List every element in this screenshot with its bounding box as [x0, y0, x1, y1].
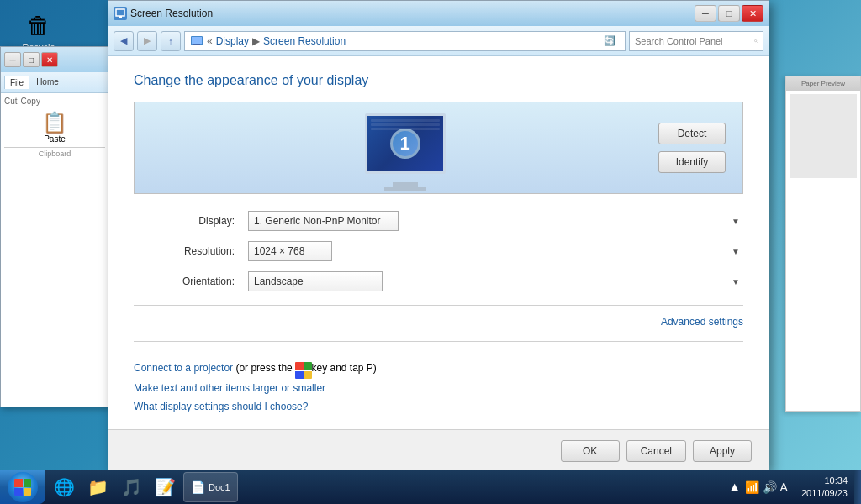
larger-text-link[interactable]: Make text and other items larger or smal…: [134, 382, 743, 394]
orientation-select[interactable]: Landscape Portrait Landscape (flipped) P…: [248, 271, 383, 291]
taskbar-explorer-icon[interactable]: 📁: [82, 472, 113, 502]
explorer-window: ─ □ ✕ File Home Cut Copy 📋 Paste Clipboa…: [0, 46, 109, 407]
taskbar-media-icon[interactable]: 🎵: [116, 472, 146, 502]
copy-label: Copy: [21, 97, 40, 106]
paper-preview-title: Paper Preview: [786, 76, 860, 91]
bottom-links: Connect to a projector (or press the key…: [134, 352, 743, 429]
system-tray: ▲ 📶 🔊 A: [721, 480, 795, 495]
cut-label: Cut: [4, 97, 18, 106]
taskbar-icons: 🌐 📁 🎵 📝 📄 Doc1: [45, 472, 721, 502]
explorer-ribbon: File Home: [1, 72, 108, 93]
explorer-close-button[interactable]: ✕: [41, 52, 58, 67]
identify-button[interactable]: Identify: [658, 151, 726, 173]
ribbon-tab-file[interactable]: File: [4, 76, 29, 89]
explorer-maximize-button[interactable]: □: [23, 52, 40, 67]
close-button[interactable]: ✕: [742, 5, 763, 22]
svg-rect-0: [116, 9, 124, 16]
taskbar-ie-icon[interactable]: 🌐: [49, 472, 79, 502]
ribbon-tabs: File Home: [4, 76, 105, 89]
dialog-title-icon: [114, 7, 127, 20]
projector-key-text: key and tap P): [311, 362, 376, 374]
taskbar-app-word-icon: 📄: [191, 480, 205, 494]
search-input[interactable]: [635, 36, 751, 46]
search-box: [629, 31, 763, 51]
display-label: Display:: [134, 215, 235, 227]
detect-button[interactable]: Detect: [658, 123, 726, 144]
ribbon-tab-home[interactable]: Home: [31, 76, 64, 89]
path-arrow: ▶: [252, 35, 260, 47]
dialog-title-text: Screen Resolution: [130, 8, 691, 19]
tray-show-desktop[interactable]: ▲: [728, 480, 742, 495]
start-button[interactable]: [0, 470, 45, 504]
paste-label: Paste: [44, 134, 66, 144]
orientation-label: Orientation:: [134, 276, 235, 287]
forward-button[interactable]: ▶: [137, 31, 157, 51]
refresh-button[interactable]: 🔄: [600, 31, 620, 51]
windows-logo: [14, 479, 31, 496]
clipboard-label: Clipboard: [4, 147, 105, 158]
monitor-preview: 1 Detect Identify: [134, 102, 743, 194]
dialog-title-bar: Screen Resolution ─ □ ✕: [108, 1, 769, 26]
tray-clock[interactable]: 10:34 2011/09/23: [795, 475, 854, 501]
display-settings-link[interactable]: What display settings should I choose?: [134, 401, 743, 412]
paste-button[interactable]: 📋 Paste: [4, 109, 105, 145]
explorer-title-bar: ─ □ ✕: [1, 47, 108, 72]
address-bar: ◀ ▶ ↑ « Display ▶ Screen Resolution 🔄: [108, 26, 769, 56]
dialog-main-content: Change the appearance of your display 1: [108, 56, 769, 429]
svg-rect-4: [192, 37, 202, 44]
orientation-select-arrow: ▼: [732, 277, 740, 286]
path-current[interactable]: Screen Resolution: [263, 35, 346, 47]
tray-keyboard-icon[interactable]: A: [780, 480, 788, 494]
minimize-button[interactable]: ─: [695, 5, 716, 22]
resolution-select[interactable]: 1024 × 768 800 × 600 1280 × 1024 1366 × …: [248, 241, 332, 261]
connect-projector-link[interactable]: Connect to a projector: [134, 362, 233, 374]
show-desktop-button[interactable]: [854, 470, 861, 504]
apply-button[interactable]: Apply: [693, 440, 752, 462]
up-button[interactable]: ↑: [161, 31, 181, 51]
dialog-footer: OK Cancel Apply: [108, 429, 769, 471]
display-select[interactable]: 1. Generic Non-PnP Monitor: [248, 211, 399, 231]
taskbar-app-word-label: Doc1: [209, 482, 230, 492]
taskbar-word-icon[interactable]: 📝: [150, 472, 180, 502]
svg-rect-5: [193, 44, 200, 45]
title-buttons: ─ □ ✕: [695, 5, 763, 22]
explorer-minimize-button[interactable]: ─: [4, 52, 21, 67]
orientation-select-wrapper: Landscape Portrait Landscape (flipped) P…: [248, 271, 743, 291]
svg-point-6: [754, 39, 756, 41]
start-orb: [8, 472, 38, 502]
paper-preview: Paper Preview: [785, 76, 861, 412]
monitor-base: [384, 187, 426, 191]
monitor-icon: 1: [365, 113, 446, 182]
clipboard-section: Cut Copy 📋 Paste Clipboard: [1, 93, 108, 161]
maximize-button[interactable]: □: [718, 5, 740, 22]
resolution-label: Resolution:: [134, 245, 235, 257]
search-icon: [754, 35, 758, 47]
settings-divider: [134, 305, 743, 306]
content-heading: Change the appearance of your display: [134, 73, 743, 88]
tray-volume-icon[interactable]: 🔊: [763, 480, 777, 494]
ok-button[interactable]: OK: [561, 440, 620, 462]
path-prefix: «: [207, 35, 213, 47]
monitor-action-buttons: Detect Identify: [658, 123, 726, 173]
advanced-settings-link[interactable]: Advanced settings: [134, 316, 743, 328]
back-button[interactable]: ◀: [114, 31, 134, 51]
svg-line-7: [757, 41, 758, 42]
settings-grid: Display: 1. Generic Non-PnP Monitor ▼ Re…: [134, 211, 743, 291]
resolution-select-wrapper: 1024 × 768 800 × 600 1280 × 1024 1366 × …: [248, 241, 743, 261]
taskbar-app-word[interactable]: 📄 Doc1: [183, 472, 238, 502]
links-divider: [134, 341, 743, 342]
windows-key-icon: [295, 362, 309, 375]
path-display[interactable]: Display: [216, 35, 249, 47]
screen-resolution-dialog: Screen Resolution ─ □ ✕ ◀ ▶ ↑ « Display …: [108, 0, 769, 470]
desktop: 🗑 Recycle Bin ─ □ ✕ File Home Cut Copy 📋…: [0, 0, 861, 504]
display-select-wrapper: 1. Generic Non-PnP Monitor ▼: [248, 211, 743, 231]
projector-link-line: Connect to a projector (or press the key…: [134, 362, 743, 375]
projector-link-text: (or press the: [235, 362, 295, 374]
display-select-arrow: ▼: [732, 217, 740, 226]
address-path: « Display ▶ Screen Resolution 🔄: [184, 31, 626, 51]
svg-rect-2: [118, 18, 123, 18]
taskbar: 🌐 📁 🎵 📝 📄 Doc1 ▲ 📶 🔊 A 10:34 2011/09/23: [0, 470, 861, 504]
cancel-button[interactable]: Cancel: [626, 440, 686, 462]
tray-date-display: 2011/09/23: [801, 487, 848, 500]
tray-network-icon[interactable]: 📶: [745, 480, 759, 494]
